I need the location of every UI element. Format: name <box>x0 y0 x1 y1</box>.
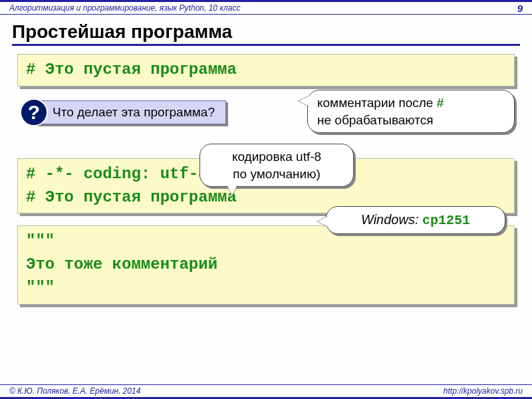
footer-right: http://kpolyakov.spb.ru <box>444 386 523 396</box>
callout2-line1: кодировка utf-8 <box>209 148 344 166</box>
callout-windows: Windows: cp1251 <box>326 206 505 234</box>
code3-body: Это тоже комментарий <box>26 253 506 277</box>
header-left: Алгоритмизация и программирование, язык … <box>9 3 240 13</box>
header-bar: Алгоритмизация и программирование, язык … <box>0 0 532 15</box>
callout-comments: комментарии после # не обрабатываются <box>307 90 515 133</box>
code1-text: # Это пустая программа <box>26 61 237 78</box>
callout2-line2: по умолчанию) <box>209 166 344 183</box>
callout1-line1: комментарии после # <box>317 94 505 112</box>
callout1-line2: не обрабатываются <box>317 112 505 129</box>
footer-left: © К.Ю. Поляков, Е.А. Ерёмин, 2014 <box>9 386 140 396</box>
callout-tail-icon <box>317 216 328 227</box>
callout-encoding: кодировка utf-8 по умолчанию) <box>200 144 354 187</box>
callout3-value: cp1251 <box>422 213 470 228</box>
page-title: Простейшая программа <box>12 21 520 46</box>
code-box-3: """ Это тоже комментарий """ <box>17 225 515 304</box>
question-text: Что делает эта программа? <box>36 100 226 124</box>
callout3-label: Windows: <box>361 212 419 227</box>
callout-tail-icon <box>299 96 309 106</box>
page-number: 9 <box>517 3 523 14</box>
code-box-1: # Это пустая программа <box>17 54 515 86</box>
code3-q2: """ <box>26 277 506 300</box>
question-mark-icon: ? <box>20 98 48 126</box>
callout-tail-icon <box>227 185 237 196</box>
footer-bar: © К.Ю. Поляков, Е.А. Ерёмин, 2014 http:/… <box>0 384 532 399</box>
